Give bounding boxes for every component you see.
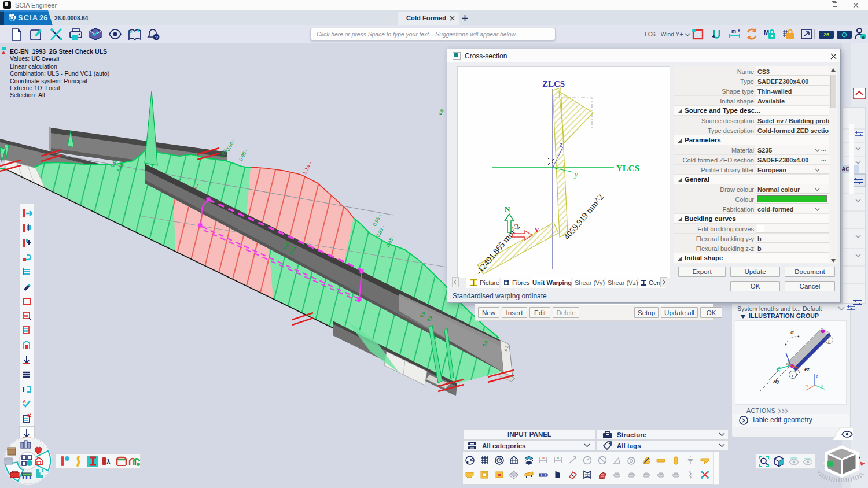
svg-text:y: y <box>574 171 578 179</box>
svg-text:ZLCS: ZLCS <box>542 79 565 88</box>
svg-text:Y: Y <box>534 225 540 234</box>
svg-text:4059.919 mm^2: 4059.919 mm^2 <box>562 193 605 242</box>
svg-text:YLCS: YLCS <box>616 164 639 173</box>
svg-text:z: z <box>559 141 562 149</box>
svg-text:N: N <box>505 205 510 213</box>
